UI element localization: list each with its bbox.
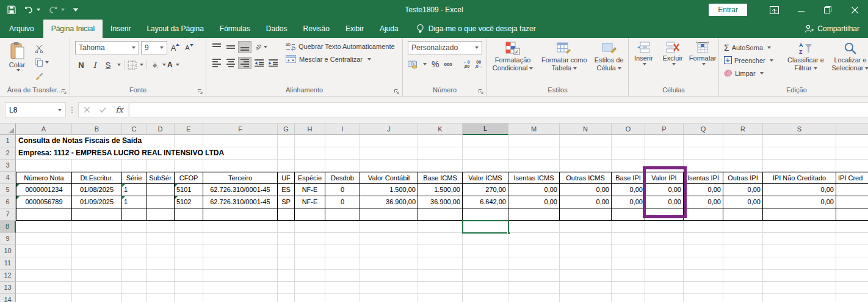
cell-M4[interactable]: Isentas ICMS (508, 172, 560, 184)
cell-R6[interactable]: 0,00 (723, 196, 763, 208)
format-as-table-button[interactable]: Formatar como Tabela (538, 40, 590, 86)
select-all-corner[interactable] (0, 123, 16, 135)
name-box[interactable]: L8 (5, 102, 66, 117)
cell-N13[interactable] (560, 282, 612, 294)
cell-Q4[interactable]: Isentas IPI (684, 172, 723, 184)
cell-N10[interactable] (560, 245, 612, 257)
insert-cells-button[interactable]: Inserir (630, 40, 657, 86)
cell-H10[interactable] (295, 245, 325, 257)
cell-I1[interactable] (325, 135, 360, 147)
row-header-7[interactable]: 7 (0, 208, 16, 221)
cell-C12[interactable] (122, 270, 146, 282)
paste-dropdown-icon[interactable] (16, 69, 20, 72)
cell-O10[interactable] (612, 245, 645, 257)
cell-K9[interactable] (418, 233, 463, 245)
cell-S5[interactable]: 0,00 (763, 184, 836, 196)
tab-exibir[interactable]: Exibir (338, 20, 372, 38)
cell-Q6[interactable]: 0,00 (684, 196, 723, 208)
cell-P13[interactable] (645, 282, 684, 294)
undo-icon[interactable] (24, 6, 40, 13)
cell-K5[interactable]: 1.500,00 (418, 184, 463, 196)
orientation-icon[interactable]: ab (252, 41, 270, 53)
decrease-decimal-button[interactable]: 00 ,0→ (475, 60, 483, 68)
cell-K4[interactable]: Base ICMS (418, 172, 463, 184)
cell-N4[interactable]: Outras ICMS (560, 172, 612, 184)
alignment-dialog-launcher-icon[interactable] (394, 89, 399, 94)
align-left-icon[interactable] (210, 57, 223, 69)
cell-G6[interactable]: SP (278, 196, 295, 208)
row-header-4[interactable]: 4 (0, 172, 16, 184)
cell-C8[interactable] (122, 221, 146, 233)
cell-P6[interactable]: 0,00 (645, 196, 684, 208)
cell-L14[interactable] (463, 294, 508, 302)
insert-dropdown-icon[interactable] (643, 63, 646, 65)
cell-I5[interactable]: 0 (325, 184, 360, 196)
cell-G7[interactable] (278, 208, 295, 221)
cell-O7[interactable] (612, 208, 645, 221)
increase-indent-icon[interactable] (266, 57, 280, 69)
cell-S9[interactable] (763, 233, 836, 245)
paste-button[interactable]: Colar (1, 40, 33, 86)
fill-handle[interactable] (507, 232, 510, 235)
cell-R5[interactable]: 0,00 (723, 184, 763, 196)
cell-M10[interactable] (508, 245, 560, 257)
cell-P5[interactable]: 0,00 (645, 184, 684, 196)
format-dropdown-icon[interactable] (702, 63, 706, 65)
cell-I7[interactable] (325, 208, 360, 221)
cell-G3[interactable] (278, 160, 295, 172)
cell-L4[interactable]: Valor ICMS (463, 172, 508, 184)
tab-inserir[interactable]: Inserir (103, 20, 139, 38)
cell-G13[interactable] (278, 282, 295, 294)
cell-D1[interactable] (146, 135, 175, 147)
cell-B13[interactable] (72, 282, 122, 294)
cell-S10[interactable] (763, 245, 836, 257)
cell-B14[interactable] (72, 294, 122, 302)
cell-R13[interactable] (723, 282, 763, 294)
cell-M7[interactable] (508, 208, 560, 221)
entrar-button[interactable]: Entrar (709, 4, 747, 16)
cell-R11[interactable] (723, 257, 763, 270)
row-header-14[interactable]: 14 (0, 294, 16, 302)
cell-P2[interactable] (645, 147, 684, 160)
cell-C9[interactable] (122, 233, 146, 245)
cell-D5[interactable] (146, 184, 175, 196)
cell-S12[interactable] (763, 270, 836, 282)
cell-F6[interactable]: 62.726.310/0001-45 (203, 196, 278, 208)
column-header-R[interactable]: R (723, 123, 763, 135)
cell-A11[interactable] (16, 257, 72, 270)
cell-N8[interactable] (560, 221, 612, 233)
number-format-combo[interactable]: Personalizado (408, 41, 482, 54)
cell-E8[interactable] (175, 221, 203, 233)
percent-style-button[interactable]: % (432, 59, 439, 69)
cell-O1[interactable] (612, 135, 645, 147)
cell-M6[interactable]: 0,00 (508, 196, 560, 208)
cell-J11[interactable] (360, 257, 418, 270)
cell-R12[interactable] (723, 270, 763, 282)
cell-S7[interactable] (763, 208, 836, 221)
cell-D14[interactable] (146, 294, 175, 302)
tab-formulas[interactable]: Fórmulas (212, 20, 258, 38)
cell-E9[interactable] (175, 233, 203, 245)
row-header-9[interactable]: 9 (0, 233, 16, 245)
enter-button[interactable] (95, 102, 111, 117)
cell-D11[interactable] (146, 257, 175, 270)
column-header-I[interactable]: I (325, 123, 360, 135)
cell-E12[interactable] (175, 270, 203, 282)
cell-H7[interactable] (295, 208, 325, 221)
cell-A6[interactable]: 0000056789 (16, 196, 72, 208)
cancel-button[interactable] (78, 102, 95, 117)
cell-K11[interactable] (418, 257, 463, 270)
cell-C11[interactable] (122, 257, 146, 270)
cell-T7[interactable] (836, 208, 868, 221)
cell-T12[interactable] (836, 270, 868, 282)
cell-M12[interactable] (508, 270, 560, 282)
cell-O5[interactable]: 0,00 (612, 184, 645, 196)
row-header-2[interactable]: 2 (0, 147, 16, 160)
cell-R1[interactable] (723, 135, 763, 147)
cell-Q7[interactable] (684, 208, 723, 221)
cell-J9[interactable] (360, 233, 418, 245)
cell-N6[interactable]: 0,00 (560, 196, 612, 208)
font-size-combo[interactable]: 9 (141, 41, 167, 54)
column-header-A[interactable]: A (16, 123, 72, 135)
cell-J2[interactable] (360, 147, 418, 160)
